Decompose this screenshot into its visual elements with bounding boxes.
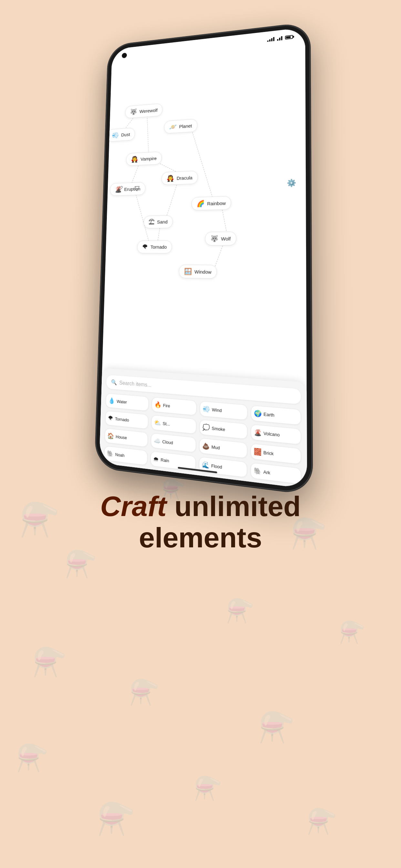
chip-wolf[interactable]: 🐺 Wolf bbox=[205, 231, 236, 245]
phone-body: 🐺 Werewolf 💨 Dust 🪐 Planet 🧛 Vampire 🧛 bbox=[95, 22, 312, 495]
svg-line-0 bbox=[146, 112, 150, 159]
settings-button[interactable]: ⚙️ bbox=[284, 176, 299, 191]
search-placeholder: Search items... bbox=[119, 380, 151, 388]
chip-window[interactable]: 🪟 Window bbox=[179, 265, 217, 279]
chip-rainbow[interactable]: 🌈 Rainbow bbox=[191, 196, 232, 211]
headline: Craft unlimitedelements bbox=[26, 491, 375, 554]
chip-planet[interactable]: 🪐 Planet bbox=[164, 119, 197, 134]
item-volcano[interactable]: 🌋 Volcano bbox=[251, 424, 301, 445]
item-noah[interactable]: 🐘 Noah bbox=[104, 445, 147, 465]
camera-dot bbox=[122, 53, 127, 58]
item-fire[interactable]: 🔥 Fire bbox=[151, 397, 197, 415]
brush-button[interactable]: 🖌 bbox=[113, 182, 126, 196]
chip-sand[interactable]: ⛱ Sand bbox=[143, 215, 173, 228]
headline-bold: Craft bbox=[100, 490, 166, 522]
item-st[interactable]: ⛅ St... bbox=[151, 415, 197, 434]
chip-werewolf[interactable]: 🐺 Werewolf bbox=[125, 103, 163, 119]
item-mud[interactable]: 💩 Mud bbox=[199, 438, 247, 459]
chip-dust[interactable]: 💨 Dust bbox=[107, 128, 135, 142]
battery-icon bbox=[285, 35, 293, 39]
item-cloud[interactable]: ☁️ Cloud bbox=[150, 433, 196, 453]
chip-vampire[interactable]: 🧛 Vampire bbox=[126, 151, 162, 166]
phone-screen: 🐺 Werewolf 💨 Dust 🪐 Planet 🧛 Vampire 🧛 bbox=[99, 27, 307, 489]
toolbar: 🖌 ▽ bbox=[113, 182, 144, 196]
connections-svg bbox=[104, 43, 306, 295]
chip-dracula[interactable]: 🧛 Dracula bbox=[161, 170, 198, 185]
craft-area: 🐺 Werewolf 💨 Dust 🪐 Planet 🧛 Vampire 🧛 bbox=[104, 43, 306, 295]
phone-mockup: 🐺 Werewolf 💨 Dust 🪐 Planet 🧛 Vampire 🧛 bbox=[0, 0, 401, 471]
search-icon: 🔍 bbox=[111, 379, 117, 385]
item-water[interactable]: 💧 Water bbox=[105, 393, 149, 411]
item-brick[interactable]: 🧱 Brick bbox=[251, 443, 301, 465]
item-house[interactable]: 🏠 House bbox=[104, 428, 148, 447]
svg-line-7 bbox=[214, 242, 224, 269]
status-icons bbox=[267, 35, 293, 42]
item-earth[interactable]: 🌍 Earth bbox=[251, 405, 301, 425]
item-wind[interactable]: 💨 Wind bbox=[200, 401, 248, 421]
svg-line-3 bbox=[190, 127, 214, 202]
signal-icon bbox=[267, 37, 274, 42]
svg-line-4 bbox=[165, 181, 178, 221]
item-tornado2[interactable]: 🌪 Tornado bbox=[105, 410, 148, 429]
item-smoke[interactable]: 💭 Smoke bbox=[199, 420, 247, 439]
chip-tornado[interactable]: 🌪 Tornado bbox=[137, 241, 172, 253]
filter-button[interactable]: ▽ bbox=[130, 182, 144, 195]
lte-icon bbox=[277, 36, 282, 41]
bottom-text-area: Craft unlimitedelements bbox=[0, 471, 401, 579]
